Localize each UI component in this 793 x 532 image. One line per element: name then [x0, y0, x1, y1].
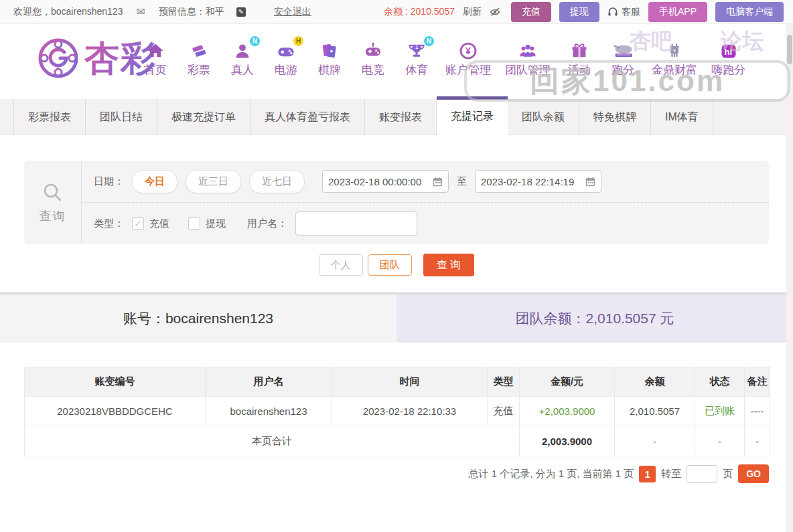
site-logo[interactable]: 杏彩 — [38, 37, 157, 79]
cell-username: bocairenshen123 — [206, 397, 332, 426]
summary-balance: - — [615, 426, 695, 456]
egame-icon — [277, 39, 295, 60]
mail-icon[interactable]: ✉ — [136, 5, 145, 18]
cell-amount: +2,003.9000 — [520, 397, 615, 426]
col-amount: 金额/元 — [520, 367, 615, 397]
personal-button[interactable]: 个人 — [319, 254, 363, 276]
username-label: 用户名： — [247, 217, 287, 230]
quick-3days-button[interactable]: 近三日 — [186, 170, 241, 193]
pagination-summary: 总计 1 个记录, 分为 1 页, 当前第 1 页 — [469, 468, 634, 480]
pagination: 总计 1 个记录, 分为 1 页, 当前第 1 页 1 转至 页 GO — [0, 464, 769, 483]
gift-icon — [570, 39, 589, 60]
nav-item-lottery[interactable]: 彩票 — [184, 39, 214, 78]
nav-item-activity[interactable]: 活动 — [565, 39, 594, 78]
tab-live-sports-pl[interactable]: 真人体育盈亏报表 — [250, 99, 365, 135]
svg-text:¥: ¥ — [673, 48, 676, 53]
logout-link[interactable]: 安全退出 — [274, 6, 311, 18]
date-label: 日期： — [94, 175, 124, 188]
col-status: 状态 — [695, 367, 745, 397]
username-input[interactable] — [295, 211, 417, 236]
col-username: 用户名 — [206, 367, 332, 397]
nav-item-paofen[interactable]: 跑分 — [608, 39, 638, 78]
records-table: 账变编号 用户名 时间 类型 金额/元 余额 状态 备注 20230218VBB… — [24, 367, 770, 456]
tab-lottery-report[interactable]: 彩票报表 — [13, 99, 86, 135]
edit-icon[interactable]: ✎ — [236, 7, 246, 17]
col-type: 类型 — [488, 367, 520, 397]
mobile-app-button[interactable]: 手机APP — [648, 2, 707, 22]
logo-emblem-icon — [38, 37, 79, 79]
hot-badge: H — [293, 36, 303, 46]
withdraw-checkbox[interactable] — [188, 217, 200, 230]
date-to-box — [475, 170, 601, 193]
nav-item-team-manage[interactable]: 团队管理 — [505, 39, 551, 78]
to-label: 至 — [457, 175, 467, 188]
pc-client-button[interactable]: 电脑客户端 — [715, 2, 784, 22]
balance-text: 余额 : 2010.5057 — [384, 6, 455, 18]
tab-express-orders[interactable]: 极速充提订单 — [157, 99, 250, 135]
nav-item-esports[interactable]: 电竞 — [358, 39, 388, 78]
search-icon — [42, 181, 64, 204]
nav-item-jinding[interactable]: ¥ 金鼎财富 — [652, 39, 697, 78]
chess-cards-icon — [320, 39, 339, 60]
account-strip: 账号：bocairenshen123 团队余额：2,010.5057 元 — [0, 294, 793, 343]
svg-text:¥: ¥ — [465, 46, 471, 56]
query-button[interactable]: 查 询 — [423, 254, 474, 276]
eye-off-icon[interactable] — [490, 7, 503, 17]
tripod-icon: ¥ — [665, 39, 684, 60]
scrollbar-track[interactable] — [786, 24, 793, 532]
summary-label: 本页合计 — [25, 426, 520, 456]
refresh-link[interactable]: 刷新 — [463, 6, 482, 18]
sports-trophy-icon: 1 — [407, 39, 426, 60]
esports-icon — [364, 39, 382, 60]
report-tabbar: 彩票报表 团队日结 极速充提订单 真人体育盈亏报表 账变报表 充提记录 团队余额… — [0, 99, 793, 135]
tab-recharge-withdraw-records[interactable]: 充提记录 — [437, 96, 508, 136]
goto-label: 转至 — [661, 468, 681, 480]
quick-7days-button[interactable]: 近七日 — [249, 170, 305, 193]
type-label: 类型： — [94, 217, 124, 230]
date-to-input[interactable] — [481, 176, 581, 187]
nav-item-chess[interactable]: 棋牌 — [315, 39, 344, 78]
tab-special-chess[interactable]: 特免棋牌 — [579, 99, 651, 135]
summary-amount: 2,003.9000 — [520, 426, 615, 456]
calendar-icon[interactable] — [585, 177, 595, 187]
nav-item-hipao[interactable]: hi 嗨跑分 — [711, 39, 745, 78]
tab-team-balance[interactable]: 团队余额 — [508, 99, 579, 135]
quick-today-button[interactable]: 今日 — [132, 170, 177, 193]
col-balance: 余额 — [615, 367, 695, 397]
nav-item-sports[interactable]: N 1 体育 — [402, 39, 431, 78]
date-from-input[interactable] — [328, 176, 429, 187]
scrollbar-thumb[interactable] — [787, 35, 792, 64]
table-summary-row: 本页合计 2,003.9000 - - - — [25, 426, 770, 456]
cell-remark: ---- — [745, 397, 770, 426]
action-buttons: 个人 团队 查 询 — [0, 254, 793, 276]
recharge-button[interactable]: 充值 — [511, 2, 551, 22]
svg-text:hi: hi — [724, 47, 731, 57]
filter-panel-label: 查询 — [24, 161, 82, 244]
cell-status: 已到账 — [695, 397, 745, 426]
page: 欢迎您，bocairenshen123 ✉ 预留信息：和平 ✎ 安全退出 余额 … — [0, 0, 793, 532]
cell-balance: 2,010.5057 — [615, 397, 695, 426]
go-button[interactable]: GO — [738, 464, 769, 483]
home-icon — [146, 39, 165, 60]
svg-text:1: 1 — [415, 44, 418, 50]
live-dealer-icon — [233, 39, 252, 60]
team-button[interactable]: 团队 — [368, 254, 412, 276]
tab-account-change[interactable]: 账变报表 — [365, 99, 437, 135]
welcome-text: 欢迎您，bocairenshen123 — [13, 6, 123, 18]
withdraw-button[interactable]: 提现 — [559, 2, 599, 22]
recharge-checkbox[interactable]: ✓ — [132, 217, 144, 230]
account-number: 账号：bocairenshen123 — [0, 294, 396, 343]
tab-im-sports[interactable]: IM体育 — [651, 99, 713, 135]
cell-time: 2023-02-18 22:10:33 — [332, 397, 488, 426]
col-remark: 备注 — [745, 367, 770, 397]
lottery-icon — [190, 39, 208, 60]
nav-item-egame[interactable]: H 电游 — [271, 39, 301, 78]
customer-service-link[interactable]: 客服 — [607, 6, 640, 18]
nav-item-home[interactable]: 首页 — [141, 39, 170, 78]
nav-item-live[interactable]: N 真人 — [228, 39, 257, 78]
nav-item-account-manage[interactable]: ¥ 账户管理 — [445, 39, 491, 78]
current-page-button[interactable]: 1 — [639, 466, 656, 482]
calendar-icon[interactable] — [433, 177, 443, 187]
tab-team-daily[interactable]: 团队日结 — [86, 99, 157, 135]
goto-page-input[interactable] — [687, 465, 717, 483]
